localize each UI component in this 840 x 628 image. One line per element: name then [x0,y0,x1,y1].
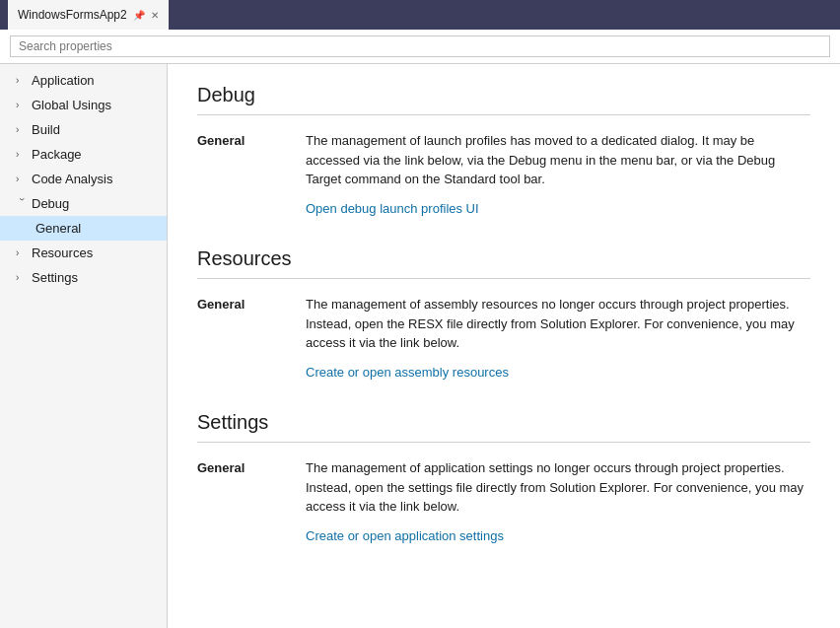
open-app-settings-link[interactable]: Create or open application settings [306,528,504,543]
section-resources: Resources General The management of asse… [197,247,810,382]
section-title-resources: Resources [197,247,810,270]
sidebar-item-label: Package [32,147,82,162]
section-debug: Debug General The management of launch p… [197,84,810,218]
chevron-right-icon: › [16,124,28,135]
sidebar-item-code-analysis[interactable]: › Code Analysis [0,167,167,191]
chevron-right-icon: › [16,149,28,160]
sidebar-item-build[interactable]: › Build [0,117,167,142]
row-description: The management of assembly resources no … [306,295,810,353]
row-label: General [197,131,286,148]
section-divider [197,442,810,443]
sidebar-item-debug[interactable]: › Debug [0,191,167,216]
sidebar-sub-item-label: General [35,221,81,236]
sidebar-item-label: Resources [32,245,93,260]
sidebar-item-label: Debug [32,196,69,211]
sidebar-item-label: Global Usings [32,98,111,112]
section-row-debug-general: General The management of launch profile… [197,131,810,218]
section-settings: Settings General The management of appli… [197,411,810,545]
chevron-right-icon: › [16,174,28,184]
chevron-right-icon: › [16,272,28,283]
chevron-right-icon: › [16,75,28,86]
sidebar-item-package[interactable]: › Package [0,142,167,167]
sidebar-item-application[interactable]: › Application [0,68,167,93]
row-description: The management of application settings n… [306,458,810,517]
chevron-right-icon: › [16,247,28,258]
section-row-settings-general: General The management of application se… [197,458,810,545]
sidebar-item-label: Application [32,73,95,88]
section-divider [197,278,810,279]
sidebar-sub-item-general[interactable]: General [0,216,167,241]
open-assembly-resources-link[interactable]: Create or open assembly resources [306,365,509,380]
sidebar-item-label: Code Analysis [32,172,112,186]
row-content: The management of application settings n… [306,458,810,545]
main-layout: › Application › Global Usings › Build › … [0,64,840,628]
row-description: The management of launch profiles has mo… [306,131,810,189]
section-row-resources-general: General The management of assembly resou… [197,295,810,382]
sidebar: › Application › Global Usings › Build › … [0,64,168,628]
chevron-down-icon: › [17,198,28,210]
section-title-debug: Debug [197,84,810,106]
sidebar-item-label: Build [32,122,60,137]
row-label: General [197,458,286,475]
chevron-right-icon: › [16,100,28,110]
title-bar: WindowsFormsApp2 📌 ✕ [0,0,840,30]
sidebar-item-settings[interactable]: › Settings [0,265,167,290]
open-debug-link[interactable]: Open debug launch profiles UI [306,201,479,216]
search-bar [0,30,840,64]
sidebar-item-resources[interactable]: › Resources [0,241,167,265]
content-area: Debug General The management of launch p… [168,64,840,628]
row-content: The management of launch profiles has mo… [306,131,810,218]
section-title-settings: Settings [197,411,810,434]
row-content: The management of assembly resources no … [306,295,810,382]
tab-windowsformsapp2[interactable]: WindowsFormsApp2 📌 ✕ [8,0,169,30]
pin-icon[interactable]: 📌 [133,10,145,21]
sidebar-item-label: Settings [32,270,78,285]
sidebar-item-global-usings[interactable]: › Global Usings [0,93,167,117]
tab-label: WindowsFormsApp2 [18,8,127,22]
search-input[interactable] [10,35,830,57]
row-label: General [197,295,286,312]
section-divider [197,114,810,115]
close-icon[interactable]: ✕ [151,10,159,21]
